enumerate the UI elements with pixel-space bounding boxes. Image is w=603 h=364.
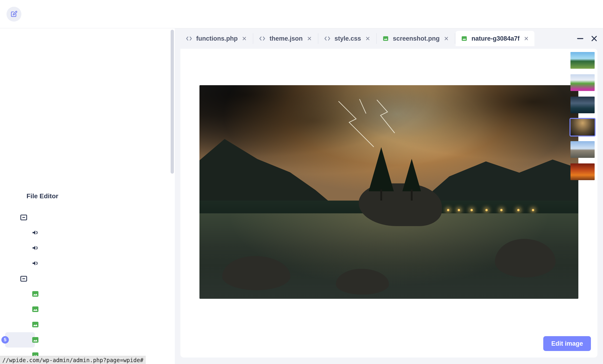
close-editor-button[interactable] [589, 33, 599, 44]
tab-label: screenshot.png [393, 35, 440, 42]
image-icon [32, 290, 39, 298]
tab-close-button[interactable] [241, 35, 247, 42]
file-audio-lofi[interactable]: lofi-study.mp3 [5, 256, 35, 271]
svg-rect-14 [32, 291, 39, 297]
audio-icon [32, 244, 39, 252]
svg-rect-37 [383, 36, 388, 41]
tab-close-button[interactable] [365, 35, 371, 42]
close-icon [307, 36, 312, 41]
svg-rect-17 [32, 337, 39, 343]
tab-separator [253, 33, 253, 44]
thumbnail-4[interactable] [569, 118, 596, 136]
status-bar-url: //wpide.com/wp-admin/admin.php?page=wpid… [0, 356, 146, 364]
folder-audio[interactable]: Audio [5, 210, 23, 225]
tab-close-button[interactable] [443, 35, 449, 42]
tab-screenshot[interactable]: screenshot.png [377, 31, 454, 46]
code-icon [259, 36, 266, 41]
folder-photos[interactable]: Photos [5, 271, 23, 286]
tab-label: theme.json [269, 35, 303, 42]
close-icon [524, 36, 529, 41]
tab-separator [455, 33, 455, 44]
folder-minus-icon [20, 275, 28, 283]
svg-rect-15 [32, 306, 39, 312]
tab-theme[interactable]: theme.json [254, 31, 318, 46]
file-image-lake[interactable]: lake-gf984cc09c_1920.jpg [5, 286, 35, 302]
folder-minus-icon [20, 213, 28, 221]
tab-nature[interactable]: nature-g3084a7f [456, 31, 534, 46]
tab-separator [376, 33, 377, 44]
close-icon [365, 36, 370, 41]
tab-bar: functions.php theme.json style.css [175, 28, 603, 49]
scrollbar-thumb[interactable] [171, 30, 174, 174]
code-icon [324, 36, 331, 41]
image-icon [32, 321, 39, 328]
thumbnail-3[interactable] [569, 96, 596, 114]
editor-content: functions.php theme.json style.css [175, 28, 603, 364]
file-image-mountains1[interactable]: mountains-g378956a98_1280.jpg [5, 302, 35, 317]
image-icon [383, 35, 389, 42]
code-icon [186, 36, 192, 41]
thumbnail-6[interactable] [569, 163, 596, 181]
tab-close-button[interactable] [523, 35, 529, 42]
svg-rect-16 [32, 322, 39, 327]
audio-icon [32, 229, 39, 236]
app-logo-button[interactable] [7, 7, 21, 22]
close-icon [444, 36, 449, 41]
svg-rect-40 [462, 36, 467, 41]
file-image-mountains2[interactable]: mountains-g594b1ac20_1920.jpg [5, 317, 35, 332]
sidebar-scrollbar[interactable] [171, 28, 175, 364]
tab-label: style.css [335, 35, 361, 42]
minimize-icon [576, 34, 584, 43]
thumbnail-5[interactable] [569, 140, 596, 159]
preview-image [199, 85, 578, 299]
thumbnail-1[interactable] [569, 51, 596, 70]
tab-close-button[interactable] [306, 35, 313, 42]
image-icon [461, 35, 467, 42]
image-thumbnail-strip [568, 49, 597, 183]
file-audio-leonell[interactable]: leonell-cassio.mp3 [5, 240, 35, 256]
tab-label: nature-g3084a7f [471, 35, 520, 42]
tab-style[interactable]: style.css [319, 31, 376, 46]
file-tree-sidebar: Audio cinematic.mp3 leonell-cassio.mp3 l… [0, 28, 175, 364]
image-viewer: Edit image [180, 49, 597, 357]
close-icon [591, 35, 598, 42]
close-icon [242, 36, 247, 41]
thumbnail-2[interactable] [569, 73, 596, 92]
minimize-button[interactable] [575, 33, 585, 44]
file-audio-cinematic[interactable]: cinematic.mp3 [5, 225, 35, 240]
tab-label: functions.php [196, 35, 238, 42]
open-tab-badge-5: 5 [1, 336, 9, 343]
file-image-nature[interactable]: nature-g3084a7f28_1920.jpg [5, 332, 35, 348]
image-icon [32, 306, 39, 313]
image-icon [32, 336, 39, 343]
edit-image-button[interactable]: Edit image [543, 336, 591, 351]
tab-functions[interactable]: functions.php [180, 31, 253, 46]
app-header: WPide File Editor [0, 0, 603, 28]
tab-separator [318, 33, 318, 44]
audio-icon [32, 260, 39, 267]
edit-square-icon [11, 11, 17, 18]
